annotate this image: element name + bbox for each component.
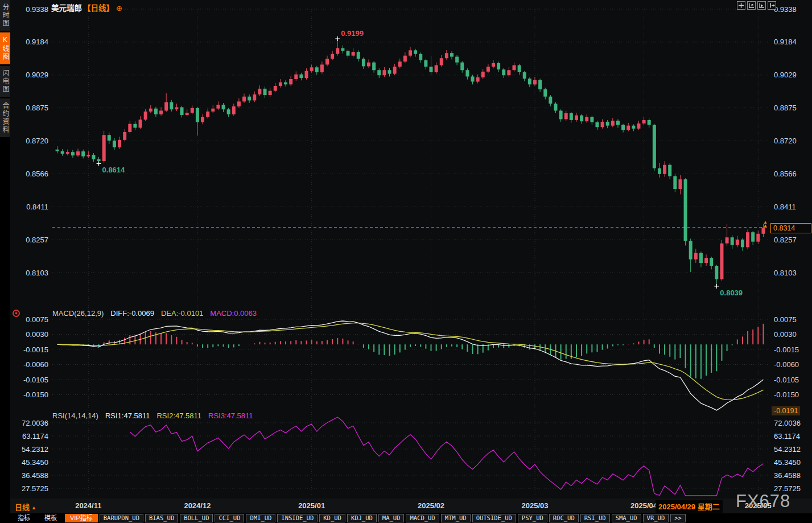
candle-body <box>305 71 308 78</box>
candle-body <box>694 253 698 260</box>
toolbar-button-CCI_UD[interactable]: CCI_UD <box>215 514 244 522</box>
sidebar-tab-分时图[interactable]: 分时图 <box>0 0 10 31</box>
candle-body <box>741 240 744 247</box>
candle-body <box>191 108 194 113</box>
axis-tick: -0.0060 <box>774 360 799 369</box>
candle-body <box>460 63 464 70</box>
axis-tick: 72.0036 <box>22 419 48 427</box>
toolbar-button-KDJ_UD[interactable]: KDJ_UD <box>347 514 377 522</box>
toolbar-button-VR_UD[interactable]: VR_UD <box>643 514 669 522</box>
candle-body <box>564 113 568 119</box>
candle-body <box>595 122 599 127</box>
toolbar-button-MTM_UD[interactable]: MTM_UD <box>441 514 471 522</box>
toolbar-button-MACD_UD[interactable]: MACD_UD <box>406 514 439 522</box>
candle-body <box>315 67 319 72</box>
date-axis-label: 2025/03 <box>521 501 548 510</box>
candle-body <box>263 89 267 95</box>
candle-body <box>310 67 314 71</box>
macd-dea-value: DEA:-0.0101 <box>161 309 203 318</box>
candle-body <box>377 70 381 75</box>
candle-body <box>222 105 225 109</box>
chevron-up-icon: ▲ <box>31 505 36 510</box>
candle-body <box>216 105 220 109</box>
candle-body <box>66 152 69 154</box>
candle-body <box>585 117 588 121</box>
axis-tick: 0.9338 <box>26 5 48 14</box>
low-price-annotation: 0.8614 <box>102 166 126 174</box>
sidebar-tab-合约资料[interactable]: 合约资料 <box>0 98 10 137</box>
candle-body <box>455 57 459 63</box>
candle-body <box>71 152 75 155</box>
candle-body <box>668 165 671 176</box>
macd-min-tag: -0.0191 <box>772 406 800 415</box>
candle-body <box>450 53 454 56</box>
toolbar-button-BARUPDN_UD[interactable]: BARUPDN_UD <box>100 514 143 522</box>
candle-body <box>429 67 432 72</box>
candle-body <box>543 89 547 97</box>
candle-body <box>570 113 573 120</box>
candle-body <box>611 121 615 126</box>
toolbar-button-SMA_UD[interactable]: SMA_UD <box>612 514 641 522</box>
candle-body <box>637 123 640 129</box>
zoom-y-axis-icon[interactable] <box>747 1 756 10</box>
zoom-x-axis-icon[interactable] <box>757 1 766 10</box>
toolbar-button-BOLL_UD[interactable]: BOLL_UD <box>180 514 213 522</box>
candle-body <box>435 65 438 72</box>
candle-body <box>642 120 646 123</box>
candle-body <box>626 126 630 130</box>
toolbar-button-VIP指标[interactable]: VIP指标 <box>65 514 98 522</box>
candle-body <box>232 106 236 114</box>
toolbar-button->>[interactable]: >> <box>670 514 686 522</box>
toolbar-button-ROC_UD[interactable]: ROC_UD <box>549 514 579 522</box>
axis-tick: 0.0075 <box>26 315 48 324</box>
axis-tick: 0.8566 <box>774 170 797 178</box>
axis-tick: 0.8411 <box>774 203 796 211</box>
date-axis-bar: 日线▲ 2025/04/29 星期二 2024/112024/122025/01… <box>10 499 812 513</box>
axis-tick: -0.0015 <box>23 345 48 354</box>
toolbar-button-指标[interactable]: 指标 <box>11 514 36 522</box>
toolbar-button-OUTSIDE_UD[interactable]: OUTSIDE_UD <box>472 514 516 522</box>
toolbar-button-DMI_UD[interactable]: DMI_UD <box>246 514 275 522</box>
sidebar-tab-K线图[interactable]: K线图 <box>0 32 10 64</box>
macd-header: MACD(26,12,9)DIFF:-0.0069DEA:-0.0101MACD… <box>52 309 263 318</box>
candle-body <box>678 179 682 189</box>
marker-cross-icon <box>97 161 101 166</box>
trading-app-window: 0.93380.93380.91840.91840.90290.90290.88… <box>0 0 812 523</box>
candle-body <box>347 51 350 55</box>
candle-body <box>325 59 329 64</box>
candle-body <box>523 72 526 79</box>
toolbar-button-BIAS_UD[interactable]: BIAS_UD <box>145 514 178 522</box>
candle-body <box>201 117 204 122</box>
candle-body <box>409 50 412 55</box>
reset-view-icon[interactable] <box>768 1 776 10</box>
toolbar-button-RSI_UD[interactable]: RSI_UD <box>580 514 610 522</box>
pan-icon[interactable] <box>737 1 745 10</box>
candle-body <box>684 179 687 241</box>
toolbar-button-KD_UD[interactable]: KD_UD <box>319 514 345 522</box>
toolbar-button-MA_UD[interactable]: MA_UD <box>378 514 405 522</box>
candle-body <box>471 76 474 81</box>
candle-body <box>393 67 397 73</box>
rsi-name: RSI(14,14,14) <box>52 411 98 420</box>
candle-body <box>144 112 147 120</box>
chart-canvas[interactable]: 0.93380.93380.91840.91840.90290.90290.88… <box>0 0 812 523</box>
candle-body <box>419 54 422 60</box>
crosshair-icon[interactable]: ⊕ <box>116 4 122 13</box>
candle-body <box>590 117 593 122</box>
macd-indicator-icon[interactable] <box>13 310 20 317</box>
candle-body <box>720 244 723 279</box>
toolbar-button-INSIDE_UD[interactable]: INSIDE_UD <box>277 514 318 522</box>
candle-body <box>746 232 749 247</box>
axis-tick: 0.8875 <box>774 104 797 112</box>
candle-body <box>699 253 703 263</box>
candle-body <box>352 52 355 56</box>
candle-body <box>61 151 64 154</box>
toolbar-button-模板[interactable]: 模板 <box>38 514 63 522</box>
candle-body <box>320 64 324 72</box>
candle-body <box>554 104 557 110</box>
candle-body <box>175 107 178 109</box>
axis-tick: -0.0150 <box>774 390 799 399</box>
sidebar-tab-闪电图[interactable]: 闪电图 <box>0 66 10 97</box>
period-selector[interactable]: 日线▲ <box>15 501 36 512</box>
toolbar-button-PSY_UD[interactable]: PSY_UD <box>518 514 547 522</box>
